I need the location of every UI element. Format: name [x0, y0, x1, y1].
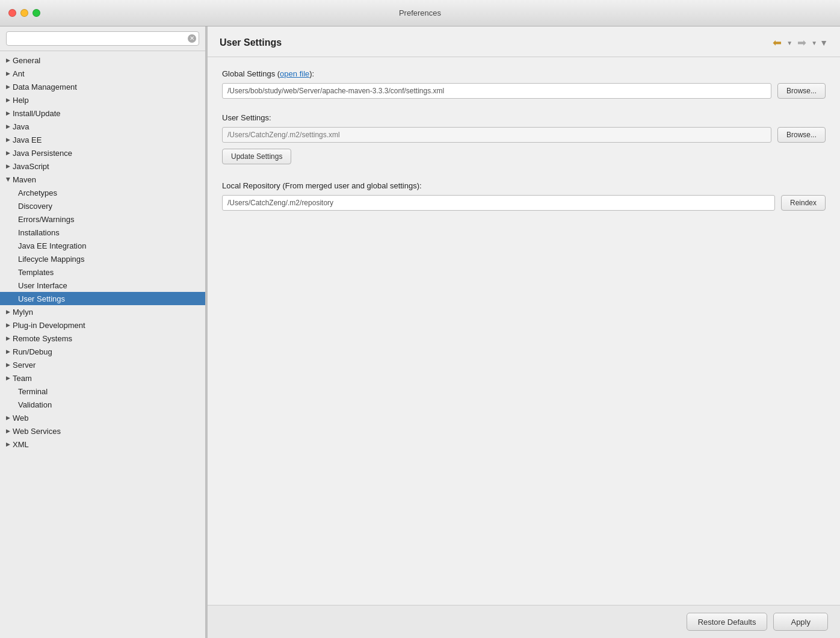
- sidebar-item-templates[interactable]: Templates: [0, 265, 205, 279]
- sidebar-item-web[interactable]: ▶ Web: [0, 411, 205, 424]
- sidebar-item-general[interactable]: ▶ General: [0, 54, 205, 67]
- sidebar-item-label: Errors/Warnings: [18, 215, 74, 224]
- sidebar-item-install-update[interactable]: ▶ Install/Update: [0, 107, 205, 120]
- back-arrow-icon: ⬅: [773, 36, 782, 49]
- back-button[interactable]: ⬅: [770, 35, 784, 51]
- sidebar-item-java-ee-integration[interactable]: Java EE Integration: [0, 239, 205, 252]
- sidebar-item-discovery[interactable]: Discovery: [0, 199, 205, 212]
- sidebar-item-server[interactable]: ▶ Server: [0, 358, 205, 371]
- apply-button[interactable]: Apply: [773, 613, 828, 631]
- sidebar-item-help[interactable]: ▶ Help: [0, 93, 205, 107]
- search-wrapper: ✕: [6, 31, 199, 46]
- sidebar-item-label: Java EE: [13, 135, 42, 144]
- expand-icon: ▶: [6, 335, 10, 341]
- sidebar-item-maven[interactable]: ▶ Maven: [0, 173, 205, 186]
- sidebar-item-validation[interactable]: Validation: [0, 398, 205, 411]
- sidebar-item-xml[interactable]: ▶ XML: [0, 438, 205, 451]
- sidebar-item-label: Help: [13, 96, 29, 105]
- expand-icon: ▶: [6, 97, 10, 103]
- expand-icon: ▶: [6, 70, 10, 76]
- sidebar-item-label: Server: [13, 361, 36, 370]
- sidebar-item-label: Archetypes: [18, 188, 57, 197]
- sidebar-item-ant[interactable]: ▶ Ant: [0, 67, 205, 80]
- global-settings-path-input[interactable]: [222, 83, 771, 99]
- close-button[interactable]: [8, 9, 16, 17]
- sidebar-item-archetypes[interactable]: Archetypes: [0, 186, 205, 199]
- user-settings-section: User Settings: Browse... Update Settings: [222, 113, 826, 164]
- open-file-link[interactable]: open file: [280, 69, 309, 78]
- local-repo-section: Local Repository (From merged user and g…: [222, 181, 826, 211]
- expand-icon: ▶: [6, 415, 10, 421]
- local-repo-input-row: Reindex: [222, 195, 826, 211]
- sidebar-item-lifecycle-mappings[interactable]: Lifecycle Mappings: [0, 252, 205, 265]
- expand-icon: ▶: [6, 163, 10, 169]
- menu-dropdown-icon[interactable]: ▼: [820, 38, 828, 48]
- user-settings-input-row: Browse...: [222, 127, 826, 143]
- user-settings-path-input[interactable]: [222, 127, 771, 143]
- update-settings-button[interactable]: Update Settings: [222, 149, 291, 164]
- sidebar-item-label: Java Persistence: [13, 149, 72, 158]
- header-actions: ⬅ ▼ ➡ ▼ ▼: [770, 35, 828, 51]
- local-repo-label: Local Repository (From merged user and g…: [222, 181, 826, 190]
- expand-icon: ▶: [5, 178, 11, 182]
- expand-icon: ▶: [6, 322, 10, 328]
- expand-icon: ▶: [6, 150, 10, 156]
- sidebar-item-javascript[interactable]: ▶ JavaScript: [0, 160, 205, 173]
- sidebar-item-mylyn[interactable]: ▶ Mylyn: [0, 305, 205, 318]
- sidebar-item-data-management[interactable]: ▶ Data Management: [0, 80, 205, 93]
- expand-icon: ▶: [6, 110, 10, 116]
- sidebar-item-java-ee[interactable]: ▶ Java EE: [0, 133, 205, 146]
- sidebar-item-java-persistence[interactable]: ▶ Java Persistence: [0, 146, 205, 160]
- sidebar-item-label: Java: [13, 122, 29, 131]
- minimize-button[interactable]: [20, 9, 28, 17]
- sidebar-item-label: Terminal: [18, 387, 48, 396]
- sidebar-item-web-services[interactable]: ▶ Web Services: [0, 424, 205, 438]
- restore-defaults-button[interactable]: Restore Defaults: [687, 613, 768, 631]
- search-clear-button[interactable]: ✕: [188, 34, 196, 43]
- sidebar-item-label: Run/Debug: [13, 347, 52, 356]
- sidebar-item-label: User Interface: [18, 281, 67, 290]
- sidebar-item-label: Team: [13, 374, 32, 383]
- sidebar-item-user-settings[interactable]: User Settings: [0, 292, 205, 305]
- global-settings-section: Global Settings (open file): Browse...: [222, 69, 826, 99]
- sidebar-item-remote-systems[interactable]: ▶ Remote Systems: [0, 332, 205, 345]
- search-container: ✕: [0, 26, 205, 51]
- sidebar-item-java[interactable]: ▶ Java: [0, 120, 205, 133]
- sidebar-item-label: Install/Update: [13, 109, 61, 118]
- sidebar: ✕ ▶ General ▶ Ant ▶ Data Management ▶ He…: [0, 26, 206, 638]
- search-input[interactable]: [6, 31, 199, 46]
- sidebar-item-label: Plug-in Development: [13, 321, 85, 330]
- sidebar-item-label: Remote Systems: [13, 334, 72, 343]
- sidebar-item-plugin-development[interactable]: ▶ Plug-in Development: [0, 318, 205, 332]
- sidebar-item-label: XML: [13, 440, 29, 449]
- sidebar-item-label: Validation: [18, 400, 52, 409]
- sidebar-item-user-interface[interactable]: User Interface: [0, 279, 205, 292]
- sidebar-item-label: User Settings: [18, 294, 65, 303]
- sidebar-item-label: Templates: [18, 268, 54, 277]
- sidebar-item-label: Installations: [18, 228, 60, 237]
- sidebar-item-label: Web Services: [13, 427, 61, 436]
- tree-container[interactable]: ▶ General ▶ Ant ▶ Data Management ▶ Help…: [0, 51, 205, 638]
- reindex-button[interactable]: Reindex: [781, 195, 826, 211]
- sidebar-item-label: Lifecycle Mappings: [18, 255, 85, 264]
- sidebar-item-label: Web: [13, 413, 29, 423]
- forward-dropdown-icon[interactable]: ▼: [811, 40, 817, 46]
- maximize-button[interactable]: [32, 9, 40, 17]
- expand-icon: ▶: [6, 123, 10, 129]
- content-header: User Settings ⬅ ▼ ➡ ▼ ▼: [208, 26, 840, 57]
- global-settings-browse-button[interactable]: Browse...: [777, 83, 826, 99]
- expand-icon: ▶: [6, 428, 10, 434]
- expand-icon: ▶: [6, 57, 10, 63]
- local-repo-path-input[interactable]: [222, 195, 775, 211]
- sidebar-item-label: Maven: [13, 175, 36, 184]
- sidebar-item-terminal[interactable]: Terminal: [0, 385, 205, 398]
- global-settings-input-row: Browse...: [222, 83, 826, 99]
- sidebar-item-errors-warnings[interactable]: Errors/Warnings: [0, 212, 205, 226]
- sidebar-item-team[interactable]: ▶ Team: [0, 371, 205, 385]
- global-settings-label: Global Settings (open file):: [222, 69, 826, 78]
- sidebar-item-installations[interactable]: Installations: [0, 226, 205, 239]
- forward-button[interactable]: ➡: [795, 35, 809, 51]
- user-settings-browse-button[interactable]: Browse...: [777, 127, 826, 143]
- back-dropdown-icon[interactable]: ▼: [786, 40, 792, 46]
- sidebar-item-run-debug[interactable]: ▶ Run/Debug: [0, 345, 205, 358]
